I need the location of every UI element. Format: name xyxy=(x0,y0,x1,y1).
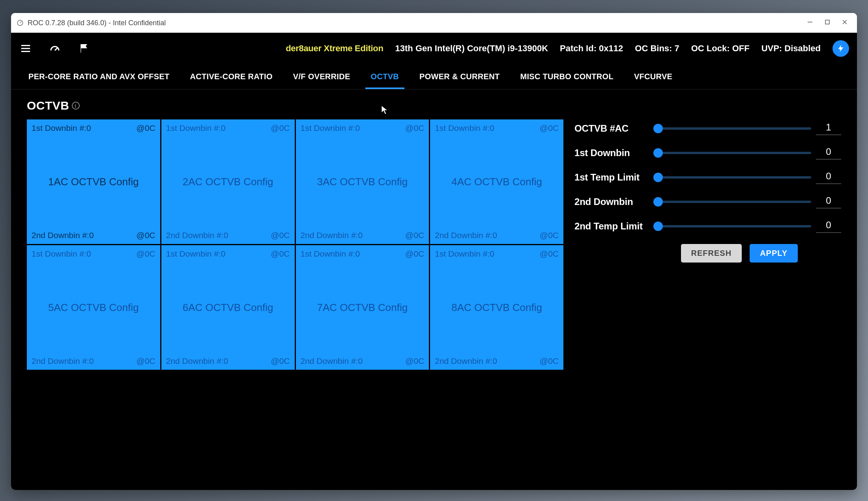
config-tile-4[interactable]: 1st Downbin #:0@0C4AC OCTVB Config2nd Do… xyxy=(430,119,563,244)
tile-name: 1AC OCTVB Config xyxy=(32,176,155,188)
flag-icon[interactable] xyxy=(77,42,91,55)
config-tile-2[interactable]: 1st Downbin #:0@0C2AC OCTVB Config2nd Do… xyxy=(161,119,295,244)
tile-2nd-downbin: 2nd Downbin #:0 xyxy=(435,231,497,240)
control-label: 1st Temp Limit xyxy=(574,172,653,183)
tile-1st-downbin: 1st Downbin #:0 xyxy=(301,123,360,133)
close-button[interactable] xyxy=(842,19,847,26)
control-value[interactable]: 0 xyxy=(816,195,841,209)
tile-1st-temp: @0C xyxy=(405,249,424,259)
slider[interactable] xyxy=(658,127,811,130)
tile-2nd-downbin: 2nd Downbin #:0 xyxy=(435,356,497,366)
slider[interactable] xyxy=(658,201,811,203)
slider[interactable] xyxy=(658,225,811,227)
config-tile-3[interactable]: 1st Downbin #:0@0C3AC OCTVB Config2nd Do… xyxy=(296,119,429,244)
tile-2nd-downbin: 2nd Downbin #:0 xyxy=(301,231,363,240)
cpu-label: 13th Gen Intel(R) Core(TM) i9-13900K xyxy=(395,43,548,54)
control-label: 2nd Downbin xyxy=(574,196,653,207)
tile-2nd-temp: @0C xyxy=(405,356,424,366)
tile-name: 2AC OCTVB Config xyxy=(166,176,290,188)
tile-1st-temp: @0C xyxy=(271,249,290,259)
tile-name: 7AC OCTVB Config xyxy=(301,302,425,314)
window-title: ROC 0.7.28 (build 346.0) - Intel Confide… xyxy=(28,19,166,27)
app-window: ROC 0.7.28 (build 346.0) - Intel Confide… xyxy=(11,13,857,490)
controls-panel: OCTVB #AC11st Downbin01st Temp Limit02nd… xyxy=(574,119,841,263)
slider-thumb[interactable] xyxy=(653,148,663,158)
slider-thumb[interactable] xyxy=(653,173,663,182)
tile-name: 8AC OCTVB Config xyxy=(435,302,559,314)
control-value[interactable]: 0 xyxy=(816,146,841,160)
tile-2nd-temp: @0C xyxy=(271,231,290,240)
section-title-text: OCTVB xyxy=(27,99,69,112)
control-value[interactable]: 0 xyxy=(816,171,841,184)
buttons-row: REFRESH APPLY xyxy=(574,244,841,263)
control-row-1st-temp-limit: 1st Temp Limit0 xyxy=(574,171,841,184)
control-row-2nd-temp-limit: 2nd Temp Limit0 xyxy=(574,220,841,233)
tab-v-f-override[interactable]: V/F OVERRIDE xyxy=(292,65,352,88)
tab-misc-turbo-control[interactable]: MISC TURBO CONTROL xyxy=(518,65,615,88)
tile-2nd-temp: @0C xyxy=(271,356,290,366)
tile-2nd-downbin: 2nd Downbin #:0 xyxy=(32,356,94,366)
minimize-button[interactable] xyxy=(807,19,813,26)
tile-name: 4AC OCTVB Config xyxy=(435,176,559,188)
tile-2nd-downbin: 2nd Downbin #:0 xyxy=(32,231,94,240)
slider[interactable] xyxy=(658,152,811,154)
section-title: OCTVB i xyxy=(27,99,841,112)
maximize-button[interactable] xyxy=(825,19,830,26)
config-tile-1[interactable]: 1st Downbin #:0@0C1AC OCTVB Config2nd Do… xyxy=(27,119,160,244)
tab-per-core-ratio-and-avx-offset[interactable]: PER-CORE RATIO AND AVX OFFSET xyxy=(27,65,171,88)
tile-1st-temp: @0C xyxy=(271,123,290,133)
tile-1st-temp: @0C xyxy=(137,249,155,259)
tile-1st-downbin: 1st Downbin #:0 xyxy=(32,123,91,133)
config-tile-5[interactable]: 1st Downbin #:0@0C5AC OCTVB Config2nd Do… xyxy=(27,245,160,370)
config-tile-7[interactable]: 1st Downbin #:0@0C7AC OCTVB Config2nd Do… xyxy=(296,245,429,370)
bins-label: OC Bins: 7 xyxy=(635,43,679,54)
hamburger-menu-icon[interactable] xyxy=(19,42,32,55)
slider-thumb[interactable] xyxy=(653,124,663,133)
app-header: der8auer Xtreme Edition 13th Gen Intel(R… xyxy=(11,33,857,64)
tile-1st-temp: @0C xyxy=(405,123,424,133)
edition-label: der8auer Xtreme Edition xyxy=(286,43,383,54)
tile-1st-downbin: 1st Downbin #:0 xyxy=(32,249,91,259)
tabs-bar: PER-CORE RATIO AND AVX OFFSETACTIVE-CORE… xyxy=(11,64,857,89)
config-tile-8[interactable]: 1st Downbin #:0@0C8AC OCTVB Config2nd Do… xyxy=(430,245,563,370)
tile-name: 6AC OCTVB Config xyxy=(166,302,290,314)
tile-1st-downbin: 1st Downbin #:0 xyxy=(166,249,226,259)
tile-1st-temp: @0C xyxy=(540,249,559,259)
titlebar: ROC 0.7.28 (build 346.0) - Intel Confide… xyxy=(11,13,857,33)
info-icon[interactable]: i xyxy=(72,102,80,110)
window-controls xyxy=(807,19,851,26)
control-value[interactable]: 0 xyxy=(816,220,841,233)
control-label: 1st Downbin xyxy=(574,147,653,158)
tab-octvb[interactable]: OCTVB xyxy=(369,65,401,88)
bolt-icon[interactable] xyxy=(832,40,849,57)
app-body: der8auer Xtreme Edition 13th Gen Intel(R… xyxy=(11,33,857,490)
tile-1st-temp: @0C xyxy=(540,123,559,133)
svg-line-8 xyxy=(55,48,57,50)
svg-rect-2 xyxy=(825,20,829,24)
content-area: OCTVB i 1st Downbin #:0@0C1AC OCTVB Conf… xyxy=(11,89,857,490)
tile-2nd-temp: @0C xyxy=(405,231,424,240)
header-left xyxy=(19,42,91,55)
tile-1st-downbin: 1st Downbin #:0 xyxy=(166,123,226,133)
tile-1st-downbin: 1st Downbin #:0 xyxy=(301,249,360,259)
titlebar-left: ROC 0.7.28 (build 346.0) - Intel Confide… xyxy=(17,19,166,27)
slider[interactable] xyxy=(658,176,811,179)
tile-name: 3AC OCTVB Config xyxy=(301,176,425,188)
tile-2nd-temp: @0C xyxy=(137,231,155,240)
gauge-icon[interactable] xyxy=(48,42,62,55)
control-row-octvb-ac: OCTVB #AC1 xyxy=(574,122,841,135)
tile-1st-temp: @0C xyxy=(137,123,155,133)
control-row-2nd-downbin: 2nd Downbin0 xyxy=(574,195,841,209)
tab-active-core-ratio[interactable]: ACTIVE-CORE RATIO xyxy=(189,65,274,88)
config-tile-6[interactable]: 1st Downbin #:0@0C6AC OCTVB Config2nd Do… xyxy=(161,245,295,370)
tile-1st-downbin: 1st Downbin #:0 xyxy=(435,249,494,259)
tab-power-current[interactable]: POWER & CURRENT xyxy=(418,65,501,88)
refresh-button[interactable]: REFRESH xyxy=(681,244,742,263)
slider-thumb[interactable] xyxy=(653,197,663,207)
lock-label: OC Lock: OFF xyxy=(691,43,750,54)
apply-button[interactable]: APPLY xyxy=(750,244,798,263)
slider-thumb[interactable] xyxy=(653,222,663,231)
control-value[interactable]: 1 xyxy=(816,122,841,135)
patch-label: Patch Id: 0x112 xyxy=(560,43,623,54)
tab-vfcurve[interactable]: VFCURVE xyxy=(632,65,674,88)
